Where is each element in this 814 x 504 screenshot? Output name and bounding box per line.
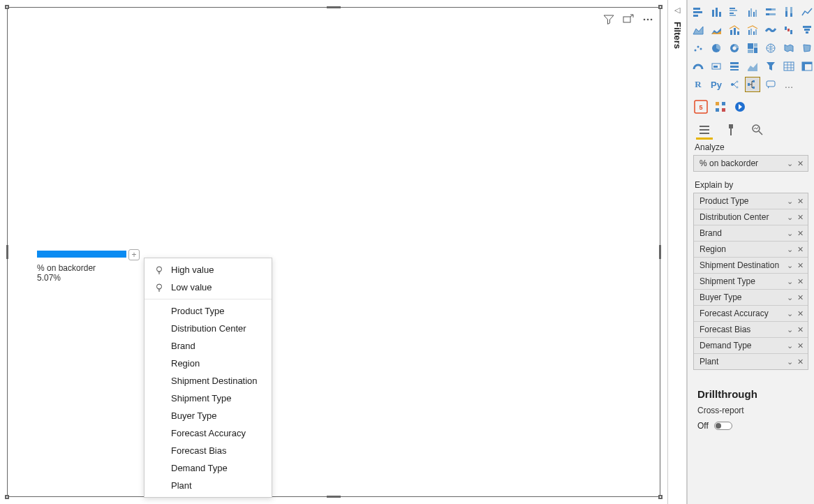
analyze-field-well[interactable]: % on backorder ⌄✕ — [693, 155, 808, 172]
viz-qa-icon[interactable] — [763, 77, 778, 92]
field-pill[interactable]: Shipment Destination⌄✕ — [694, 258, 808, 274]
close-icon[interactable]: ✕ — [796, 261, 805, 270]
chevron-down-icon[interactable]: ⌄ — [785, 261, 794, 270]
custom-visual-play-icon[interactable] — [732, 99, 748, 114]
viz-pie-icon[interactable] — [709, 40, 724, 56]
custom-visual-html-icon[interactable]: 5 — [693, 99, 709, 114]
cross-report-toggle[interactable] — [714, 422, 732, 430]
viz-matrix-icon[interactable] — [799, 59, 814, 74]
viz-funnel-icon[interactable] — [799, 22, 814, 38]
field-pill[interactable]: Demand Type⌄✕ — [694, 338, 808, 354]
viz-slicer-icon[interactable] — [763, 59, 778, 74]
viz-shape-map-icon[interactable] — [799, 40, 814, 56]
analytics-tab[interactable] — [750, 123, 764, 137]
viz-card-icon[interactable] — [709, 59, 724, 74]
viz-multi-row-card-icon[interactable] — [727, 59, 742, 74]
resize-handle-right[interactable] — [659, 245, 661, 259]
menu-item-field[interactable]: Distribution Center — [145, 320, 272, 337]
viz-key-influencers-icon[interactable] — [727, 77, 742, 92]
menu-item-field[interactable]: Buyer Type — [145, 407, 272, 424]
filter-icon[interactable] — [602, 13, 615, 26]
chevron-down-icon[interactable]: ⌄ — [785, 229, 794, 238]
field-pill[interactable]: Forecast Accuracy⌄✕ — [694, 306, 808, 322]
menu-item-low-value[interactable]: Low value — [145, 279, 272, 296]
viz-clustered-bar-icon[interactable] — [727, 4, 742, 20]
resize-handle-left[interactable] — [6, 245, 8, 259]
chevron-down-icon[interactable]: ⌄ — [785, 293, 794, 302]
viz-decomposition-tree-icon[interactable] — [745, 77, 760, 92]
resize-corner-bl[interactable] — [5, 495, 9, 499]
custom-visual-grid-icon[interactable] — [713, 99, 728, 114]
menu-item-field[interactable]: Forecast Accuracy — [145, 424, 272, 442]
menu-item-field[interactable]: Shipment Destination — [145, 372, 272, 390]
chevron-down-icon[interactable]: ⌄ — [785, 197, 794, 206]
chevron-down-icon[interactable]: ⌄ — [785, 277, 794, 286]
viz-line-clustered-column-icon[interactable] — [745, 22, 760, 38]
close-icon[interactable]: ✕ — [796, 325, 805, 334]
fields-tab[interactable] — [697, 123, 711, 137]
chevron-down-icon[interactable]: ⌄ — [785, 213, 794, 222]
field-pill[interactable]: Brand⌄✕ — [694, 225, 808, 242]
close-icon[interactable]: ✕ — [796, 309, 805, 318]
viz-100-stacked-column-icon[interactable] — [781, 4, 797, 20]
chevron-down-icon[interactable]: ⌄ — [785, 341, 794, 350]
viz-map-icon[interactable] — [763, 40, 778, 56]
resize-handle-bottom[interactable] — [327, 496, 341, 498]
menu-item-field[interactable]: Shipment Type — [145, 390, 272, 407]
chevron-down-icon[interactable]: ⌄ — [785, 357, 794, 366]
visual-container[interactable]: % on backorder 5.07% + High value — [7, 7, 660, 497]
close-icon[interactable]: ✕ — [796, 159, 805, 168]
decomposition-root-node[interactable]: % on backorder 5.07% — [37, 251, 126, 283]
viz-waterfall-icon[interactable] — [781, 22, 797, 38]
more-options-icon[interactable] — [642, 13, 654, 26]
viz-stacked-area-icon[interactable] — [709, 22, 724, 38]
menu-item-field[interactable]: Product Type — [145, 302, 272, 320]
close-icon[interactable]: ✕ — [796, 341, 805, 350]
viz-donut-icon[interactable] — [727, 40, 742, 56]
close-icon[interactable]: ✕ — [796, 229, 805, 238]
explain-field-well[interactable]: Product Type⌄✕Distribution Center⌄✕Brand… — [693, 193, 808, 370]
field-pill[interactable]: Region⌄✕ — [694, 242, 808, 258]
menu-item-field[interactable]: Plant — [145, 477, 272, 494]
chevron-down-icon[interactable]: ⌄ — [785, 309, 794, 318]
viz-table-icon[interactable] — [781, 59, 797, 74]
viz-stacked-column-icon[interactable] — [709, 4, 724, 20]
menu-item-field[interactable]: Brand — [145, 337, 272, 355]
field-pill[interactable]: Buyer Type⌄✕ — [694, 290, 808, 306]
chevron-down-icon[interactable]: ⌄ — [785, 245, 794, 254]
viz-kpi-icon[interactable] — [745, 59, 760, 74]
expand-node-button[interactable]: + — [128, 249, 140, 260]
field-pill[interactable]: Forecast Bias⌄✕ — [694, 322, 808, 338]
close-icon[interactable]: ✕ — [796, 277, 805, 286]
field-pill[interactable]: Product Type⌄✕ — [694, 193, 808, 209]
viz-area-icon[interactable] — [690, 22, 706, 38]
close-icon[interactable]: ✕ — [796, 245, 805, 254]
viz-r-script-icon[interactable]: R — [690, 77, 706, 92]
menu-item-high-value[interactable]: High value — [145, 261, 272, 279]
viz-gauge-icon[interactable] — [690, 59, 706, 74]
chevron-down-icon[interactable]: ⌄ — [785, 325, 794, 334]
field-pill[interactable]: % on backorder ⌄✕ — [694, 156, 808, 171]
resize-corner-tr[interactable] — [658, 5, 663, 9]
resize-corner-br[interactable] — [658, 495, 663, 499]
viz-filled-map-icon[interactable] — [781, 40, 797, 56]
viz-scatter-icon[interactable] — [690, 40, 706, 56]
viz-line-icon[interactable] — [799, 4, 814, 20]
field-pill[interactable]: Plant⌄✕ — [694, 354, 808, 369]
viz-stacked-bar-icon[interactable] — [690, 4, 706, 20]
report-canvas[interactable]: % on backorder 5.07% + High value — [0, 0, 667, 504]
viz-more-icon[interactable]: … — [781, 77, 797, 92]
field-pill[interactable]: Distribution Center⌄✕ — [694, 209, 808, 225]
menu-item-field[interactable]: Forecast Bias — [145, 442, 272, 459]
viz-treemap-icon[interactable] — [745, 40, 760, 56]
close-icon[interactable]: ✕ — [796, 293, 805, 302]
viz-100-stacked-bar-icon[interactable] — [763, 4, 778, 20]
menu-item-field[interactable]: Demand Type — [145, 459, 272, 477]
close-icon[interactable]: ✕ — [796, 213, 805, 222]
resize-handle-top[interactable] — [327, 6, 341, 8]
resize-corner-tl[interactable] — [5, 5, 9, 9]
focus-mode-icon[interactable] — [622, 13, 635, 26]
viz-clustered-column-icon[interactable] — [745, 4, 760, 20]
chevron-down-icon[interactable]: ⌄ — [785, 159, 794, 168]
format-tab[interactable] — [724, 123, 738, 137]
